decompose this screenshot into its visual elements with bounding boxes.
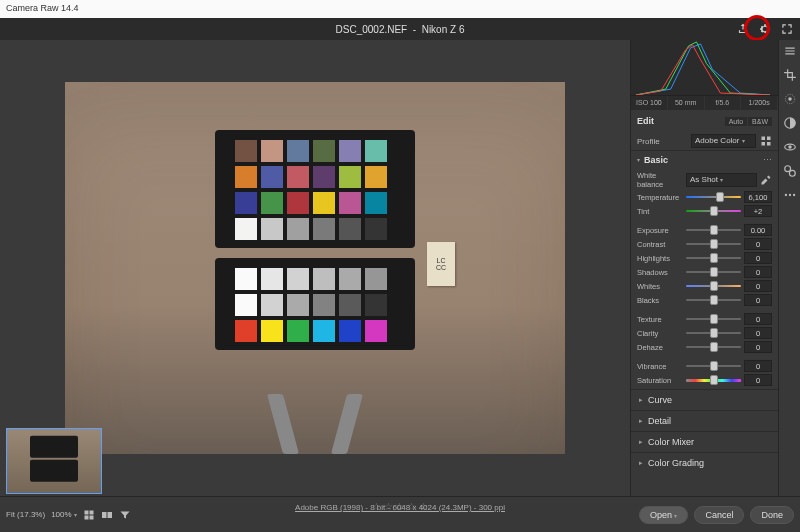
open-button[interactable]: Open ▾: [639, 506, 689, 524]
presets-icon[interactable]: [783, 164, 797, 178]
more-tools-icon[interactable]: [783, 188, 797, 202]
app-title: Camera Raw 14.4: [6, 3, 79, 13]
profile-select[interactable]: Adobe Color ▾: [691, 134, 756, 148]
redeye-tool-icon[interactable]: [783, 140, 797, 154]
basic-menu-icon[interactable]: ⋯: [763, 155, 772, 165]
colorchecker-bottom: [215, 258, 415, 350]
curve-section[interactable]: Curve: [631, 389, 778, 410]
document-header: DSC_0002.NEF - Nikon Z 6: [0, 18, 800, 40]
whites-slider[interactable]: [686, 281, 741, 291]
svg-point-10: [789, 170, 795, 176]
tint-value[interactable]: +2: [744, 205, 772, 217]
filter-icon[interactable]: [119, 509, 131, 521]
svg-rect-16: [84, 515, 88, 519]
edit-section-header: Edit Auto B&W: [631, 110, 778, 132]
svg-rect-17: [89, 515, 93, 519]
sticky-note: LCCC: [427, 242, 455, 286]
document-title: DSC_0002.NEF - Nikon Z 6: [336, 24, 465, 35]
contrast-slider[interactable]: [686, 239, 741, 249]
shadows-slider[interactable]: [686, 267, 741, 277]
clarity-slider[interactable]: [686, 328, 741, 338]
highlights-slider[interactable]: [686, 253, 741, 263]
compare-icon[interactable]: [101, 509, 113, 521]
svg-rect-14: [84, 510, 88, 514]
heal-tool-icon[interactable]: [783, 92, 797, 106]
tool-rail: [778, 40, 800, 496]
temperature-slider[interactable]: [686, 192, 741, 202]
wb-select[interactable]: As Shot ▾: [686, 173, 757, 187]
svg-point-4: [788, 97, 792, 101]
settings-icon[interactable]: [758, 22, 772, 36]
svg-rect-19: [107, 512, 112, 518]
svg-rect-1: [767, 137, 771, 141]
wb-label: White balance: [637, 171, 683, 189]
vibrance-slider[interactable]: [686, 361, 741, 371]
edit-title: Edit: [637, 116, 654, 126]
window-title-bar: Camera Raw 14.4: [0, 0, 800, 18]
svg-rect-18: [102, 512, 107, 518]
exposure-slider[interactable]: [686, 225, 741, 235]
svg-point-12: [788, 194, 790, 196]
blacks-slider[interactable]: [686, 295, 741, 305]
footer-bar: Fit (17.3%) 100% ▾ ☆ ☆ ☆ ☆ ☆ Adobe RGB (…: [0, 496, 800, 532]
saturation-slider[interactable]: [686, 375, 741, 385]
cancel-button[interactable]: Cancel: [694, 506, 744, 524]
export-icon[interactable]: [736, 22, 750, 36]
filmstrip-thumbnail[interactable]: [6, 428, 102, 494]
texture-slider[interactable]: [686, 314, 741, 324]
basic-panel: White balance As Shot ▾ Temperature6,100…: [631, 168, 778, 389]
histogram[interactable]: [631, 40, 778, 96]
svg-point-11: [784, 194, 786, 196]
svg-point-13: [792, 194, 794, 196]
svg-point-8: [788, 145, 792, 149]
image-metadata-link[interactable]: Adobe RGB (1998) - 8 bit - 6048 x 4024 (…: [295, 503, 505, 512]
basic-title[interactable]: Basic: [644, 155, 668, 165]
color-mixer-section[interactable]: Color Mixer: [631, 431, 778, 452]
auto-button[interactable]: Auto: [725, 117, 747, 126]
mask-tool-icon[interactable]: [783, 116, 797, 130]
profile-label: Profile: [637, 137, 687, 146]
tint-slider[interactable]: [686, 206, 741, 216]
temperature-value[interactable]: 6,100: [744, 191, 772, 203]
svg-rect-3: [767, 142, 771, 146]
colorchecker-top: [215, 130, 415, 248]
svg-rect-15: [89, 510, 93, 514]
profile-browser-icon[interactable]: [760, 135, 772, 147]
exif-readout: ISO 10050 mmf/5.61/200s: [631, 96, 778, 110]
svg-point-9: [784, 166, 790, 172]
edit-tool-icon[interactable]: [783, 44, 797, 58]
svg-rect-2: [762, 142, 766, 146]
zoom-select[interactable]: 100% ▾: [51, 510, 77, 519]
zoom-fit-label[interactable]: Fit (17.3%): [6, 510, 45, 519]
eyedropper-icon[interactable]: [760, 174, 772, 186]
edit-panel: ISO 10050 mmf/5.61/200s Edit Auto B&W Pr…: [630, 40, 778, 496]
preview-photo: LCCC: [65, 82, 565, 454]
color-grading-section[interactable]: Color Grading: [631, 452, 778, 473]
svg-rect-0: [762, 137, 766, 141]
dehaze-slider[interactable]: [686, 342, 741, 352]
crop-tool-icon[interactable]: [783, 68, 797, 82]
fullscreen-icon[interactable]: [780, 22, 794, 36]
detail-section[interactable]: Detail: [631, 410, 778, 431]
bw-button[interactable]: B&W: [748, 117, 772, 126]
done-button[interactable]: Done: [750, 506, 794, 524]
grid-view-icon[interactable]: [83, 509, 95, 521]
